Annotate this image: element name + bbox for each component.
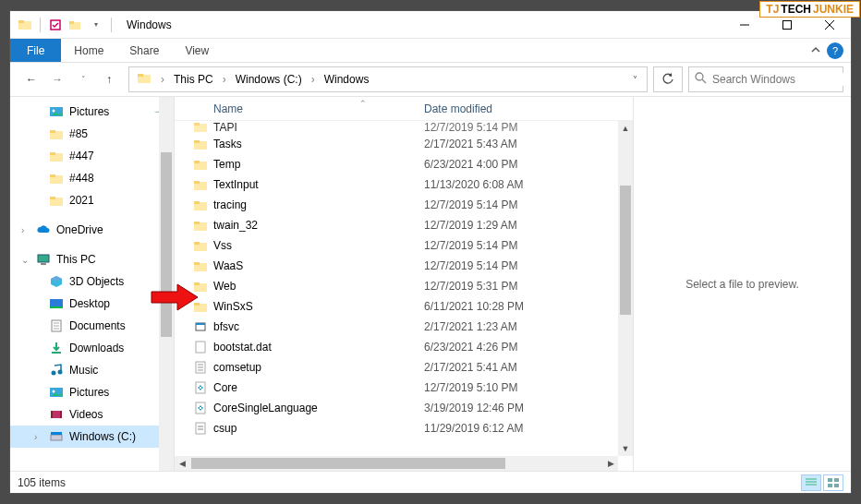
file-row[interactable]: bootstat.dat6/23/2021 4:26 PM [175,337,618,357]
folder-icon [137,71,153,88]
sidebar-item[interactable]: #85 [10,123,174,145]
file-row[interactable]: WaaS12/7/2019 5:14 PM [175,256,618,276]
scroll-left-icon[interactable]: ◀ [175,456,189,471]
sidebar-item[interactable]: Documents [10,315,174,337]
svg-rect-20 [50,174,55,177]
file-row[interactable]: Vss12/7/2019 5:14 PM [175,235,618,256]
search-input[interactable] [712,73,851,86]
refresh-button[interactable] [653,66,683,92]
sidebar-item-label: Desktop [69,297,110,310]
chevron-right-icon[interactable]: › [309,73,317,86]
sidebar-item[interactable]: ›Windows (C:) [10,426,174,448]
svg-rect-50 [194,201,200,204]
file-row[interactable]: Tasks2/17/2021 5:43 AM [175,134,618,154]
file-date: 12/7/2019 5:14 PM [424,121,517,134]
scroll-up-icon[interactable]: ▲ [618,121,633,136]
log-icon [193,360,208,375]
back-button[interactable]: ← [23,73,40,86]
sidebar-item[interactable]: Downloads [10,337,174,359]
sidebar-item-label: Downloads [69,342,124,354]
breadcrumb-current[interactable]: Windows [319,73,375,86]
ribbon-file-tab[interactable]: File [10,39,61,62]
file-row[interactable]: WinSxS6/11/2021 10:28 PM [175,296,618,317]
file-row[interactable]: TAPI12/7/2019 5:14 PM [175,121,618,134]
chevron-down-icon[interactable]: ⌄ [21,255,29,265]
file-row[interactable]: csup11/29/2019 6:12 AM [175,418,618,438]
sidebar-item[interactable]: ⌄This PC [10,248,174,270]
exe-icon [193,319,208,334]
help-button[interactable]: ? [827,42,843,59]
column-header-date[interactable]: Date modified [424,102,633,115]
folder-icon [49,149,64,163]
file-row[interactable]: Temp6/23/2021 4:00 PM [175,154,618,174]
horizontal-scrollbar[interactable]: ◀ ▶ [175,456,618,471]
chevron-right-icon[interactable]: › [159,73,166,86]
recent-dropdown-icon[interactable]: ˅ [75,75,91,84]
scrollbar-thumb[interactable] [620,186,631,315]
nav-scrollbar[interactable] [159,97,174,471]
file-explorer-window: TJ TECHJUNKIE ▾ Windows File Hom [9,10,852,494]
column-header-name[interactable]: Name [193,102,424,115]
address-bar[interactable]: › This PC › Windows (C:) › Windows ˅ [128,66,648,92]
scrollbar-thumb[interactable] [161,152,172,337]
ribbon-collapse-icon[interactable] [810,44,821,58]
sidebar-item[interactable]: Desktop [10,293,174,315]
sidebar-item[interactable]: #447 [10,145,174,167]
forward-button[interactable]: → [49,73,66,86]
view-details-button[interactable] [801,474,821,491]
svg-point-11 [696,73,703,80]
sidebar-item-label: 2021 [69,194,94,207]
qat-dropdown-icon[interactable]: ▾ [89,18,103,32]
svg-point-32 [52,371,56,376]
file-row[interactable]: twain_3212/7/2019 1:29 AM [175,215,618,235]
file-row[interactable]: tracing12/7/2019 5:14 PM [175,195,618,215]
svg-rect-31 [52,352,61,354]
file-row[interactable]: CoreSingleLanguage3/19/2019 12:46 PM [175,398,618,418]
vertical-scrollbar[interactable]: ▲ ▼ [618,121,633,456]
sidebar-item[interactable]: 3D Objects [10,270,174,293]
pictures-icon [49,385,64,400]
file-name: WaaS [213,259,424,272]
scrollbar-thumb[interactable] [191,458,505,469]
ribbon-tab-share[interactable]: Share [116,39,172,62]
file-name: twain_32 [213,219,424,232]
columns-header: ⌃ Name Date modified [175,97,633,121]
ribbon-tab-view[interactable]: View [172,39,222,62]
svg-rect-81 [834,484,839,487]
new-folder-icon[interactable] [68,18,83,32]
file-row[interactable]: Core12/7/2019 5:10 PM [175,378,618,398]
svg-rect-38 [60,411,62,418]
breadcrumb-thispc[interactable]: This PC [168,73,219,86]
chevron-right-icon[interactable]: › [221,73,228,86]
file-row[interactable]: bfsvc2/17/2021 1:23 AM [175,317,618,337]
scroll-down-icon[interactable]: ▼ [618,441,633,456]
explorer-body: Pictures📌#85#447#4482021›OneDrive⌄This P… [10,96,851,471]
file-name: TAPI [213,121,424,134]
sidebar-item[interactable]: ›OneDrive [10,219,174,241]
sidebar-item[interactable]: Pictures [10,381,174,403]
file-row[interactable]: Web12/7/2019 5:31 PM [175,276,618,296]
chevron-right-icon[interactable]: › [34,432,37,442]
sidebar-item[interactable]: Videos [10,403,174,426]
status-bar: 105 items [10,471,851,493]
chevron-right-icon[interactable]: › [21,225,24,235]
scroll-right-icon[interactable]: ▶ [603,456,618,471]
sidebar-item[interactable]: 2021 [10,189,174,211]
search-box[interactable] [688,66,843,92]
ribbon-tab-home[interactable]: Home [61,39,116,62]
address-dropdown-icon[interactable]: ˅ [633,75,637,85]
navigation-pane: Pictures📌#85#447#4482021›OneDrive⌄This P… [10,97,175,471]
file-row[interactable]: TextInput11/13/2020 6:08 AM [175,174,618,195]
videos-icon [49,407,64,422]
breadcrumb-drive[interactable]: Windows (C:) [230,73,308,86]
file-row[interactable]: comsetup2/17/2021 5:41 AM [175,357,618,378]
svg-rect-24 [41,263,46,265]
sidebar-item[interactable]: Music [10,359,174,381]
sidebar-item-label: #85 [69,127,88,140]
sidebar-item[interactable]: Pictures📌 [10,101,174,123]
properties-icon[interactable] [48,18,63,32]
file-date: 2/17/2021 5:43 AM [424,138,517,150]
up-button[interactable]: ↑ [101,73,117,86]
sidebar-item[interactable]: #448 [10,167,174,189]
view-large-icons-button[interactable] [823,474,843,491]
